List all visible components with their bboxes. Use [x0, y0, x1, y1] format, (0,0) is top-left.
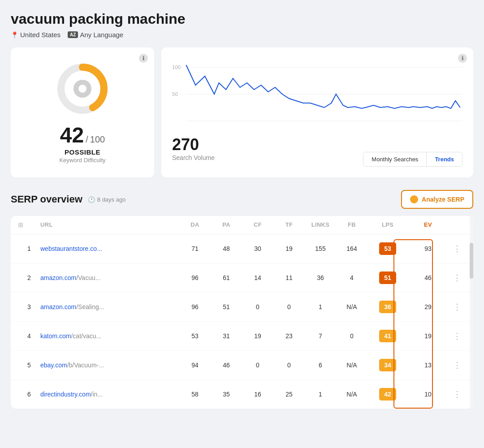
row-url: katom.com/cat/vacu...: [40, 332, 179, 340]
table-row: 1 webstaurantstore.co... 71 48 30 19 155…: [11, 234, 473, 263]
col-pa: PA: [211, 221, 242, 228]
row-lps: 41: [367, 330, 408, 342]
row-tf: 0: [273, 362, 305, 369]
row-ev: 93: [408, 245, 448, 252]
monthly-searches-button[interactable]: Monthly Searches: [363, 152, 427, 166]
kd-max: 100: [90, 134, 105, 145]
row-url-link[interactable]: amazon.com/Sealing...: [40, 303, 104, 310]
lps-badge: 51: [379, 271, 396, 284]
row-lps: 42: [367, 388, 408, 401]
row-url-link[interactable]: ebay.com/b/Vacuum-...: [40, 362, 104, 369]
row-more-menu[interactable]: ⋮: [448, 302, 466, 312]
table-row: 2 amazon.com/Vacuu... 96 61 14 11 36 4 5…: [11, 263, 473, 293]
row-more-menu[interactable]: ⋮: [448, 360, 466, 370]
col-da: DA: [179, 221, 211, 228]
row-cf: 19: [242, 332, 273, 340]
col-cf: CF: [242, 221, 273, 228]
table-header: ⊞ URL DA PA CF TF Links FB LPS EV: [11, 216, 473, 234]
row-pa: 31: [211, 332, 242, 340]
coin-icon: [410, 195, 418, 203]
serp-header: SERP overview 🕐 8 days ago Analyze SERP: [11, 190, 473, 209]
table-body: 1 webstaurantstore.co... 71 48 30 19 155…: [11, 234, 473, 409]
row-fb: N/A: [336, 303, 367, 310]
clock-icon: 🕐: [88, 196, 95, 203]
row-more-menu[interactable]: ⋮: [448, 389, 466, 399]
scrollbar-track[interactable]: [470, 216, 473, 409]
row-da: 58: [179, 391, 211, 398]
row-pa: 46: [211, 362, 242, 369]
svg-text:100: 100: [172, 65, 181, 70]
col-url: URL: [40, 221, 179, 228]
row-more-menu[interactable]: ⋮: [448, 331, 466, 341]
kd-info-icon[interactable]: ℹ: [139, 54, 148, 63]
col-ev: EV: [408, 221, 448, 228]
serp-title: SERP overview: [11, 194, 82, 205]
table-row: 6 directindustry.com/in... 58 35 16 25 1…: [11, 380, 473, 409]
lps-badge: 42: [379, 388, 396, 401]
cards-row: ℹ 42 / 100 POSSIBLE Keyword Difficulty ℹ: [11, 47, 473, 177]
table-row: 3 amazon.com/Sealing... 96 51 0 0 1 N/A …: [11, 293, 473, 322]
row-more-menu[interactable]: ⋮: [448, 273, 466, 283]
row-tf: 25: [273, 391, 305, 398]
row-fb: 164: [336, 245, 367, 252]
col-tf: TF: [273, 221, 305, 228]
row-lps: 51: [367, 271, 408, 284]
row-more-menu[interactable]: ⋮: [448, 244, 466, 254]
row-ev: 13: [408, 362, 448, 369]
row-url-link[interactable]: directindustry.com/in...: [40, 391, 103, 398]
row-url: webstaurantstore.co...: [40, 245, 179, 252]
row-url: directindustry.com/in...: [40, 391, 179, 398]
row-fb: N/A: [336, 391, 367, 398]
row-fb: 0: [336, 332, 367, 340]
row-cf: 0: [242, 303, 273, 310]
scrollbar-thumb[interactable]: [470, 243, 473, 279]
kd-sub-label: Keyword Difficulty: [59, 157, 105, 164]
row-tf: 0: [273, 303, 305, 310]
row-ev: 46: [408, 274, 448, 281]
row-links: 1: [305, 303, 336, 310]
row-da: 96: [179, 274, 211, 281]
volume-number: 270: [172, 135, 215, 154]
svg-text:50: 50: [172, 91, 178, 97]
row-cf: 0: [242, 362, 273, 369]
serp-title-group: SERP overview 🕐 8 days ago: [11, 194, 125, 205]
row-tf: 23: [273, 332, 305, 340]
volume-chart: 100 50: [172, 58, 462, 130]
row-ev: 19: [408, 332, 448, 340]
lps-badge: 36: [379, 301, 396, 313]
row-fb: N/A: [336, 362, 367, 369]
row-da: 96: [179, 303, 211, 310]
analyze-serp-button[interactable]: Analyze SERP: [401, 190, 473, 209]
col-fb: FB: [336, 221, 367, 228]
location-icon: 📍: [11, 31, 18, 39]
row-tf: 19: [273, 245, 305, 252]
row-pa: 35: [211, 391, 242, 398]
row-da: 94: [179, 362, 211, 369]
row-url-link[interactable]: webstaurantstore.co...: [40, 245, 102, 252]
language-badge: AZ: [68, 31, 78, 38]
kd-donut-chart: [56, 62, 109, 116]
row-links: 7: [305, 332, 336, 340]
row-url: amazon.com/Vacuu...: [40, 274, 179, 281]
language-label: AZ Any Language: [68, 31, 123, 39]
col-actions: [448, 221, 466, 228]
lps-badge: 41: [379, 330, 396, 342]
serp-table: ⊞ URL DA PA CF TF Links FB LPS EV 1 webs…: [11, 216, 473, 409]
volume-card: ℹ 100 50 270 Search Volume Monthly Sea: [161, 47, 473, 177]
serp-time-text: 8 days ago: [97, 196, 126, 203]
row-rank: 1: [18, 245, 40, 252]
row-url-link[interactable]: katom.com/cat/vacu...: [40, 332, 101, 340]
row-url-link[interactable]: amazon.com/Vacuu...: [40, 274, 100, 281]
row-cf: 14: [242, 274, 273, 281]
row-ev: 29: [408, 303, 448, 310]
kd-score: 42: [60, 123, 84, 147]
row-links: 155: [305, 245, 336, 252]
row-lps: 34: [367, 359, 408, 371]
row-da: 71: [179, 245, 211, 252]
row-rank: 2: [18, 274, 40, 281]
row-cf: 30: [242, 245, 273, 252]
page-title: vacuum packing machine: [11, 11, 473, 27]
trends-button[interactable]: Trends: [427, 152, 462, 166]
row-rank: 4: [18, 332, 40, 340]
analyze-serp-label: Analyze SERP: [422, 196, 464, 203]
